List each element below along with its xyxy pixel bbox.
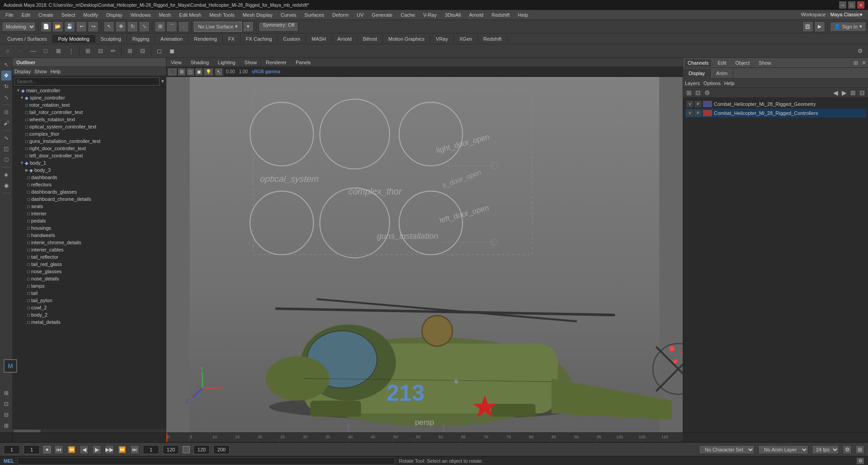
timeline-track[interactable]: 0 5 10 15 20 25 30 35 40 45 50 55 60 65 … xyxy=(166,433,683,442)
go-start-btn[interactable]: ⏮ xyxy=(54,445,63,454)
range-start-input[interactable] xyxy=(143,445,159,454)
xform-btn[interactable]: ⊞ xyxy=(82,45,94,57)
panel-expand-btn[interactable]: ⊞ xyxy=(849,89,857,96)
move-tool[interactable]: ✥ xyxy=(1,71,11,81)
frame-start-input[interactable] xyxy=(4,445,20,454)
vp-menu-shading[interactable]: Shading xyxy=(188,59,212,66)
settings-btn[interactable]: ⚙ xyxy=(854,45,866,57)
multi-mode-btn[interactable]: ⋮ xyxy=(65,45,77,57)
vp-menu-show[interactable]: Show xyxy=(242,59,260,66)
solid-btn[interactable]: ◼ xyxy=(166,45,178,57)
outliner-display-menu[interactable]: Display xyxy=(14,69,31,74)
grid-view-btn[interactable]: ⊞ xyxy=(124,45,136,57)
sign-in-button[interactable]: 👤 Sign In ▾ xyxy=(830,22,866,32)
tree-item-metal-details[interactable]: □ metal_details xyxy=(13,318,166,326)
misc-tool2[interactable]: ◉ xyxy=(1,180,11,190)
close-button[interactable]: ✕ xyxy=(857,1,864,9)
expand-arrow[interactable]: ▶ xyxy=(25,168,28,172)
menu-edit-mesh[interactable]: Edit Mesh xyxy=(175,11,205,19)
tree-item-spine-controller[interactable]: ▼ ◆ spine_controller xyxy=(13,94,166,101)
viewport-canvas[interactable]: optical_system complex_thor guns_install… xyxy=(166,77,683,432)
vp-menu-renderer[interactable]: Renderer xyxy=(263,59,289,66)
save-btn[interactable]: 💾 xyxy=(64,21,75,32)
no-char-set-select[interactable]: No Character Set xyxy=(699,445,755,454)
mode-selector[interactable]: Modeling xyxy=(2,22,36,32)
surface-tool[interactable]: ◫ xyxy=(1,144,11,154)
tree-item-reflectors[interactable]: □ reflectors xyxy=(13,181,166,188)
outliner-hscroll[interactable] xyxy=(13,429,166,432)
paint-select-tool[interactable]: 🖌 xyxy=(1,118,11,128)
select-tool-btn[interactable]: ↖ xyxy=(104,21,114,32)
tree-item-nose-details[interactable]: □ nose_details xyxy=(13,275,166,282)
status-settings-btn[interactable]: ⚙ xyxy=(856,457,864,465)
tab-animation[interactable]: Animation xyxy=(155,35,189,43)
right-panel-close-btn[interactable]: ✕ xyxy=(862,60,866,66)
vertex-mode-btn[interactable]: · xyxy=(14,45,26,57)
layer-vis-p2[interactable]: P xyxy=(695,110,701,116)
key2-indicator[interactable] xyxy=(183,446,190,453)
add-layer-btn[interactable]: ⊞ xyxy=(685,89,693,96)
expand-arrow[interactable]: ▼ xyxy=(20,161,24,165)
lasso-tool[interactable]: ⊙ xyxy=(1,107,11,117)
select-mode-btn[interactable]: ○ xyxy=(2,45,14,57)
tree-item-housings[interactable]: □ housings xyxy=(13,224,166,232)
snap-point-btn[interactable]: · xyxy=(178,21,189,32)
go-end-btn[interactable]: ⏭ xyxy=(130,445,139,454)
open-btn[interactable]: 📂 xyxy=(52,21,63,32)
minimize-button[interactable]: ─ xyxy=(839,1,846,9)
menu-file[interactable]: File xyxy=(2,11,17,19)
tab-sculpting[interactable]: Sculpting xyxy=(95,35,127,43)
step-forward-btn[interactable]: ⏩ xyxy=(118,445,127,454)
move-tool-btn[interactable]: ✥ xyxy=(115,21,126,32)
tree-item-main-controller[interactable]: ▼ ◆ main_controller xyxy=(13,87,166,94)
menu-3dtoall[interactable]: 3DtoAll xyxy=(441,11,464,19)
tree-item-handweels[interactable]: □ handweels xyxy=(13,232,166,239)
undo-btn[interactable]: ↩ xyxy=(76,21,87,32)
tree-item-guns-installation-controller-text[interactable]: □ guns_installation_controller_text xyxy=(13,138,166,145)
tree-item-interier[interactable]: □ interier xyxy=(13,210,166,217)
tab-fx[interactable]: FX xyxy=(223,35,241,43)
tab-vray[interactable]: VRay xyxy=(430,35,454,43)
paint-btn[interactable]: ✏ xyxy=(107,45,119,57)
polygon-tool[interactable]: ⬡ xyxy=(1,155,11,165)
menu-mesh[interactable]: Mesh xyxy=(155,11,175,19)
outliner-search-input[interactable] xyxy=(14,77,160,85)
vp-menu-lighting[interactable]: Lighting xyxy=(215,59,238,66)
tree-item-tail-reflector[interactable]: □ tail_reflector xyxy=(13,253,166,261)
vp-menu-view[interactable]: View xyxy=(168,59,184,66)
menu-cache[interactable]: Cache xyxy=(397,11,419,19)
quad-view-btn[interactable]: ⊟ xyxy=(137,45,148,57)
tree-item-cowl2[interactable]: □ cowl_2 xyxy=(13,304,166,311)
tree-item-pedals[interactable]: □ pedals xyxy=(13,217,166,224)
menu-mesh-tools[interactable]: Mesh Tools xyxy=(206,11,238,19)
remove-layer-btn[interactable]: ⊟ xyxy=(694,89,702,96)
tree-item-tail[interactable]: □ tail xyxy=(13,289,166,297)
menu-surfaces[interactable]: Surfaces xyxy=(301,11,328,19)
frame-current-input[interactable] xyxy=(24,445,40,454)
edge-mode-btn[interactable]: — xyxy=(27,45,39,57)
edit-tab[interactable]: Edit xyxy=(715,59,729,66)
tree-item-optical-system-controller-text[interactable]: □ optical_system_controller_text xyxy=(13,123,166,130)
tree-item-tail-rotor-controller-text[interactable]: □ tail_rotor_controller_text xyxy=(13,109,166,116)
menu-arnold[interactable]: Arnold xyxy=(465,11,487,19)
tab-mash[interactable]: MASH xyxy=(306,35,332,43)
workspace-value[interactable]: Maya Classic▾ xyxy=(830,12,863,18)
snap-curve-btn[interactable]: ⌒ xyxy=(166,21,177,32)
hscroll-thumb[interactable] xyxy=(14,430,41,432)
menu-edit[interactable]: Edit xyxy=(18,11,34,19)
new-scene-btn[interactable]: 📄 xyxy=(41,21,52,32)
tree-item-tail-pylon[interactable]: □ tail_pylon xyxy=(13,297,166,304)
panel-prev-btn[interactable]: ◀ xyxy=(832,89,840,96)
outliner-show-menu[interactable]: Show xyxy=(34,69,47,74)
tree-item-dashboard-chrome-details[interactable]: □ dashboard_chrome_details xyxy=(13,195,166,203)
render-btn-left[interactable]: ⊟ xyxy=(1,410,11,420)
tree-item-wheels-rotation-text[interactable]: □ wheels_rotation_text xyxy=(13,116,166,123)
menu-mesh-display[interactable]: Mesh Display xyxy=(239,11,276,19)
key-indicator[interactable]: ■ xyxy=(43,446,51,453)
tab-xgen[interactable]: XGen xyxy=(454,35,478,43)
fx-btn[interactable]: ⊞ xyxy=(1,421,11,431)
vp-wireframe-btn[interactable]: ◻ xyxy=(186,68,194,76)
tab-rendering[interactable]: Rendering xyxy=(189,35,223,43)
layers-sub-tab[interactable]: Layers xyxy=(685,81,700,86)
menu-redshift[interactable]: Redshift xyxy=(488,11,513,19)
